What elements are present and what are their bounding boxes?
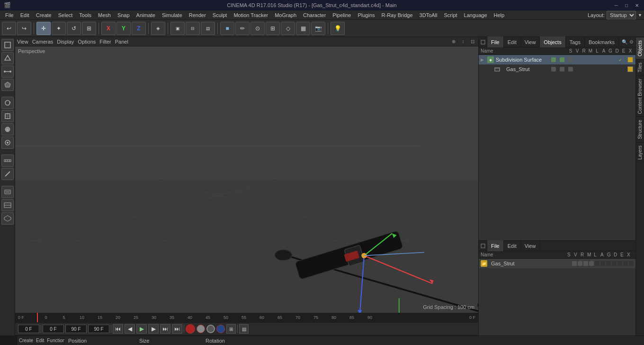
lower-tab-edit[interactable]: Edit <box>504 240 521 252</box>
edge-mode-button[interactable] <box>1 65 14 78</box>
tab-tags[interactable]: Tags <box>566 36 585 48</box>
viewport[interactable]: Perspective Grid Spacing : 100 cm <box>15 46 478 313</box>
start-frame-input[interactable] <box>43 325 64 333</box>
end-frame-input2[interactable] <box>88 325 109 333</box>
record-button[interactable] <box>186 324 195 334</box>
auto-keyframe-button[interactable] <box>197 325 205 333</box>
menu-animate[interactable]: Animate <box>133 10 159 20</box>
menu-mesh[interactable]: Mesh <box>95 10 114 20</box>
motion-path-button[interactable] <box>216 325 225 333</box>
scale-button[interactable]: ⊞ <box>82 22 96 35</box>
maximize-button[interactable]: □ <box>623 2 630 9</box>
menu-plugins[interactable]: Plugins <box>354 10 378 20</box>
lower-tab-view[interactable]: View <box>521 240 540 252</box>
gas-col-r[interactable] <box>567 67 574 72</box>
viewport-icon-1[interactable]: ⊕ <box>450 38 457 45</box>
mat-edit-tab[interactable]: Edit <box>36 338 44 343</box>
menu-mograph[interactable]: MoGraph <box>271 10 300 20</box>
viewport-icon-2[interactable]: ↕ <box>459 38 467 45</box>
menu-select[interactable]: Select <box>55 10 76 20</box>
object-expand-icon[interactable]: ▶ <box>481 57 485 62</box>
obj-col-v[interactable] <box>559 57 565 62</box>
menu-simulate[interactable]: Simulate <box>159 10 186 20</box>
minimize-button[interactable]: ─ <box>613 2 619 9</box>
objects-list[interactable]: ▶ ◈ Subdivision Surface <box>479 55 635 240</box>
layout-dropdown-icon[interactable]: ▼ <box>638 13 642 18</box>
viewport2-button[interactable]: ⊟ <box>186 22 200 35</box>
ruler-button[interactable] <box>1 154 14 167</box>
array-button[interactable]: ⊞ <box>266 22 280 35</box>
settings-icon[interactable]: ⚙ <box>629 39 634 45</box>
menu-create[interactable]: Create <box>33 10 55 20</box>
timeline-ruler[interactable]: 0 F 0 5 10 15 20 25 30 35 40 45 50 55 60… <box>15 313 478 322</box>
move-button[interactable]: ✦ <box>52 22 66 35</box>
deform-button[interactable]: ◇ <box>281 22 295 35</box>
select-mode-button[interactable]: ✛ <box>36 22 51 35</box>
keyframe-button[interactable]: ⊞ <box>226 324 236 334</box>
model-mode-button[interactable] <box>1 39 14 51</box>
menu-pipeline[interactable]: Pipeline <box>329 10 354 20</box>
y-axis-button[interactable]: Y <box>116 22 131 35</box>
viewport-icon-3[interactable]: ⊡ <box>469 38 476 45</box>
redo-button[interactable]: ↪ <box>17 22 31 35</box>
obj-row-gas-strut[interactable]: Gas_Strut <box>479 64 635 74</box>
z-axis-button[interactable]: Z <box>132 22 146 35</box>
light-button[interactable]: 💡 <box>331 22 345 35</box>
menu-rray[interactable]: R-Ray Bridge <box>378 10 416 20</box>
viewport-cameras-menu[interactable]: Cameras <box>32 39 54 45</box>
magnet-button[interactable] <box>1 136 14 149</box>
cam-button[interactable]: 📷 <box>311 22 325 35</box>
menu-script[interactable]: Script <box>440 10 460 20</box>
knife-button[interactable] <box>1 168 14 180</box>
go-to-end-button[interactable]: ⏭ <box>172 324 182 334</box>
layer1-button[interactable] <box>1 186 14 198</box>
tab-bookmarks[interactable]: Bookmarks <box>585 36 619 48</box>
close-button[interactable]: ✕ <box>634 2 640 9</box>
solo-button[interactable] <box>206 325 215 333</box>
obj-row-subdivision[interactable]: ▶ ◈ Subdivision Surface <box>479 55 635 64</box>
menu-motion-tracker[interactable]: Motion Tracker <box>230 10 271 20</box>
scale-tool-button[interactable] <box>1 110 14 122</box>
viewport3-button[interactable]: ▤ <box>201 22 215 35</box>
play-button[interactable]: ▶ <box>136 324 147 334</box>
menu-render[interactable]: Render <box>186 10 209 20</box>
menu-file[interactable]: File <box>2 10 17 20</box>
menu-help[interactable]: Help <box>491 10 508 20</box>
rotate-tool-button[interactable] <box>1 97 14 109</box>
layout-select[interactable]: Startup <box>607 11 636 19</box>
tab-file[interactable]: File <box>487 36 504 48</box>
viewport1-button[interactable]: ▣ <box>170 22 185 35</box>
next-frame-button[interactable]: ▶ <box>148 324 159 334</box>
viewport-filter-menu[interactable]: Filter <box>99 39 111 45</box>
layer2-button[interactable] <box>1 199 14 211</box>
mat-function-tab[interactable]: Function <box>47 338 65 343</box>
object-axis-button[interactable]: ◈ <box>151 22 165 35</box>
obj-col-s[interactable] <box>550 57 557 62</box>
tab-view[interactable]: View <box>521 36 540 48</box>
viewport-options-menu[interactable]: Options <box>78 39 96 45</box>
undo-button[interactable]: ↩ <box>2 22 16 35</box>
vtab-tiles[interactable]: Tiles <box>636 59 644 75</box>
mesh-mode-button[interactable] <box>1 52 14 64</box>
viewport-view-menu[interactable]: View <box>17 39 28 45</box>
fast-forward-button[interactable]: ⏭ <box>160 324 170 334</box>
menu-sculpt[interactable]: Sculpt <box>209 10 231 20</box>
mat-create-tab[interactable]: Create <box>19 338 33 343</box>
vtab-structure[interactable]: Structure <box>636 117 644 142</box>
layer-btn[interactable]: ▤ <box>239 324 249 334</box>
rotate-button[interactable]: ↺ <box>67 22 81 35</box>
lower-objects-list[interactable]: 📁 Gas_Strut <box>479 259 635 336</box>
paint-button[interactable]: S <box>1 123 14 136</box>
viewport-panel-menu[interactable]: Panel <box>115 39 128 45</box>
gas-col-v[interactable] <box>559 67 565 72</box>
layer3-button[interactable] <box>1 212 14 225</box>
obj-col-r[interactable] <box>567 57 574 62</box>
vtab-layers[interactable]: Layers <box>636 142 644 163</box>
tab-edit[interactable]: Edit <box>504 36 521 48</box>
pen-button[interactable]: ✏ <box>235 22 250 35</box>
vtab-objects[interactable]: Objects <box>636 37 644 59</box>
rewind-to-start-button[interactable]: ⏮ <box>113 324 123 334</box>
menu-language[interactable]: Language <box>461 10 491 20</box>
tab-objects[interactable]: Objects <box>540 36 565 48</box>
field-button[interactable]: ▦ <box>296 22 310 35</box>
